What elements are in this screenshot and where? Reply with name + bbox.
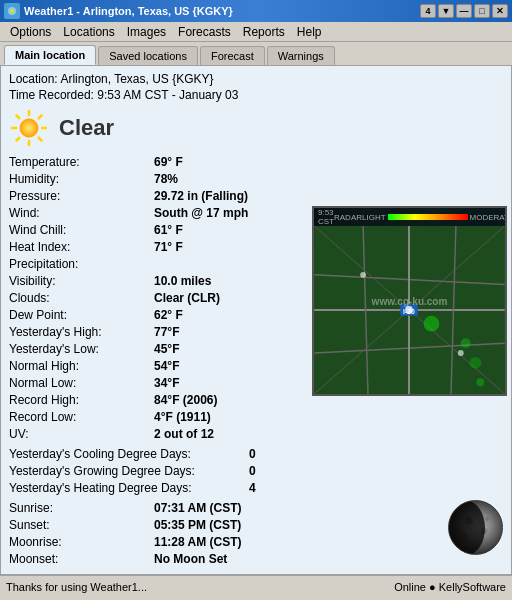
menu-reports[interactable]: Reports	[237, 23, 291, 41]
map-legend: LIGHT MODERATE	[362, 213, 507, 222]
svg-point-1	[10, 9, 14, 13]
normal-low-value: 34°F	[154, 375, 179, 391]
dropdown-button[interactable]: ▼	[438, 4, 454, 18]
row-record-low: Record Low: 4°F (1911)	[9, 409, 503, 425]
uv-value: 2 out of 12	[154, 426, 214, 442]
status-bar: Thanks for using Weather1... Online ● Ke…	[0, 575, 512, 597]
heatindex-value: 71° F	[154, 239, 183, 255]
map-moderate-label: MODERATE	[470, 213, 507, 222]
status-left: Thanks for using Weather1...	[6, 581, 147, 593]
status-right: Online ● KellySoftware	[394, 581, 506, 593]
close-button[interactable]: ✕	[492, 4, 508, 18]
moonrise-label: Moonrise:	[9, 534, 154, 550]
row-temperature: Temperature: 69° F	[9, 154, 503, 170]
sun-moon-section: Sunrise: 07:31 AM (CST) Sunset: 05:35 PM…	[9, 500, 503, 568]
watermark: www.cg-ku.com	[372, 296, 448, 307]
heating-value: 4	[249, 480, 256, 496]
cooling-value: 0	[249, 446, 256, 462]
heating-label: Yesterday's Heating Degree Days:	[9, 480, 249, 496]
tab-main-location[interactable]: Main location	[4, 45, 96, 65]
map-light-label: LIGHT	[362, 213, 386, 222]
svg-point-27	[461, 338, 471, 348]
maximize-button[interactable]: □	[474, 4, 490, 18]
growing-label: Yesterday's Growing Degree Days:	[9, 463, 249, 479]
record-low-label: Record Low:	[9, 409, 154, 425]
svg-line-6	[16, 115, 20, 119]
title-bar: Weather1 - Arlington, Texas, US {KGKY} 4…	[0, 0, 512, 22]
map-time: 9:53 CST	[318, 208, 334, 226]
location-label: Location:	[9, 72, 58, 86]
time-line: Time Recorded: 9:53 AM CST - January 03	[9, 88, 503, 102]
row-sunset: Sunset: 05:35 PM (CST)	[9, 517, 440, 533]
pin-button[interactable]: 4	[420, 4, 436, 18]
cooling-label: Yesterday's Cooling Degree Days:	[9, 446, 249, 462]
main-content: Location: Arlington, Texas, US {KGKY} Ti…	[0, 65, 512, 575]
time-label: Time Recorded:	[9, 88, 94, 102]
precip-label: Precipitation:	[9, 256, 154, 272]
svg-point-10	[20, 119, 38, 137]
normal-low-label: Normal Low:	[9, 375, 154, 391]
temp-value: 69° F	[154, 154, 183, 170]
wind-label: Wind:	[9, 205, 154, 221]
time-value: 9:53 AM CST - January 03	[97, 88, 238, 102]
row-growing-days: Yesterday's Growing Degree Days: 0	[9, 463, 503, 479]
row-pressure: Pressure: 29.72 in (Falling)	[9, 188, 503, 204]
dewpoint-label: Dew Point:	[9, 307, 154, 323]
content-inner: Location: Arlington, Texas, US {KGKY} Ti…	[1, 66, 511, 574]
map-inner: I-20 9:53 CST RADAR LIGHT	[314, 208, 505, 394]
yest-low-label: Yesterday's Low:	[9, 341, 154, 357]
moonset-label: Moonset:	[9, 551, 154, 567]
yest-low-value: 45°F	[154, 341, 179, 357]
menu-images[interactable]: Images	[121, 23, 172, 41]
row-moonset: Moonset: No Moon Set	[9, 551, 440, 567]
moon-svg	[449, 501, 503, 555]
map-roads-svg: I-20	[314, 226, 505, 394]
condition-text: Clear	[59, 115, 114, 141]
title-controls[interactable]: 4 ▼ — □ ✕	[420, 4, 508, 18]
yest-high-value: 77°F	[154, 324, 179, 340]
moonrise-value: 11:28 AM (CST)	[154, 534, 242, 550]
menu-forecasts[interactable]: Forecasts	[172, 23, 237, 41]
heatindex-label: Heat Index:	[9, 239, 154, 255]
sun-icon	[9, 108, 49, 148]
svg-point-28	[470, 357, 482, 369]
row-cooling-days: Yesterday's Cooling Degree Days: 0	[9, 446, 503, 462]
visibility-label: Visibility:	[9, 273, 154, 289]
svg-point-23	[405, 306, 413, 314]
sunset-label: Sunset:	[9, 517, 154, 533]
row-heating-days: Yesterday's Heating Degree Days: 4	[9, 480, 503, 496]
svg-line-7	[38, 137, 42, 141]
windchill-value: 61° F	[154, 222, 183, 238]
location-value: Arlington, Texas, US {KGKY}	[60, 72, 213, 86]
menu-options[interactable]: Options	[4, 23, 57, 41]
weather-header: Clear	[9, 108, 503, 148]
clouds-label: Clouds:	[9, 290, 154, 306]
menu-bar: Options Locations Images Forecasts Repor…	[0, 22, 512, 42]
title-text: Weather1 - Arlington, Texas, US {KGKY}	[24, 5, 233, 17]
radar-map[interactable]: I-20 9:53 CST RADAR LIGHT	[312, 206, 507, 396]
moon-image	[448, 500, 503, 555]
tab-saved-locations[interactable]: Saved locations	[98, 46, 198, 65]
legend-bar	[388, 214, 468, 220]
moonset-value: No Moon Set	[154, 551, 227, 567]
row-sunrise: Sunrise: 07:31 AM (CST)	[9, 500, 440, 516]
pressure-value: 29.72 in (Falling)	[154, 188, 248, 204]
windchill-label: Wind Chill:	[9, 222, 154, 238]
tab-warnings[interactable]: Warnings	[267, 46, 335, 65]
minimize-button[interactable]: —	[456, 4, 472, 18]
sunset-value: 05:35 PM (CST)	[154, 517, 241, 533]
tab-forecast[interactable]: Forecast	[200, 46, 265, 65]
menu-help[interactable]: Help	[291, 23, 328, 41]
temp-label: Temperature:	[9, 154, 154, 170]
svg-point-35	[449, 501, 485, 555]
row-moonrise: Moonrise: 11:28 AM (CST)	[9, 534, 440, 550]
growing-value: 0	[249, 463, 256, 479]
svg-point-25	[458, 350, 464, 356]
map-top-bar: 9:53 CST RADAR LIGHT MODERATE	[314, 208, 505, 226]
record-high-label: Record High:	[9, 392, 154, 408]
degree-days-section: Yesterday's Cooling Degree Days: 0 Yeste…	[9, 446, 503, 496]
menu-locations[interactable]: Locations	[57, 23, 120, 41]
sun-moon-data: Sunrise: 07:31 AM (CST) Sunset: 05:35 PM…	[9, 500, 440, 568]
svg-line-8	[38, 115, 42, 119]
map-radar-label: RADAR	[334, 213, 362, 222]
